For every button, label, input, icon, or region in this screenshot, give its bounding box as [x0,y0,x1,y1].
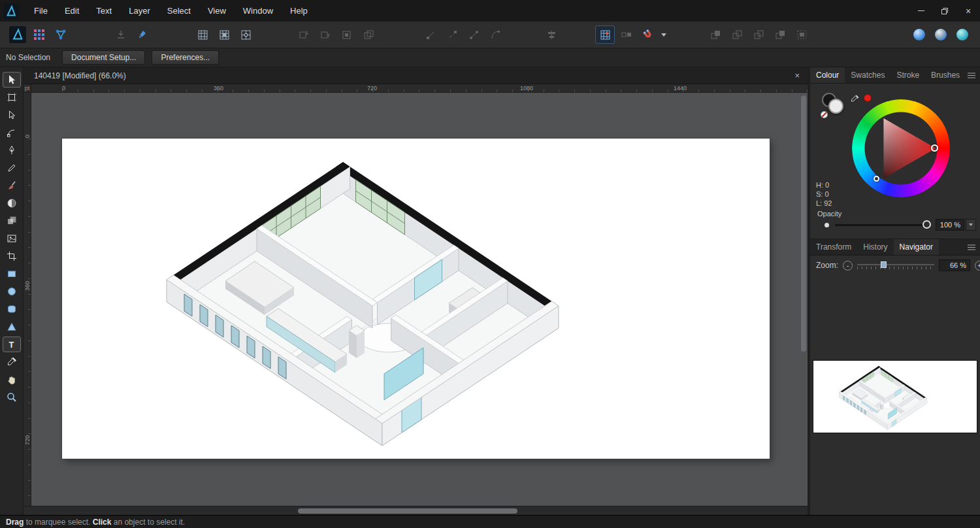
isometric-grid-button[interactable] [214,25,234,44]
pencil-tool[interactable] [3,161,20,175]
document-area: 140419 [Modified] (66.0%) × pt 0 360 720… [24,67,808,515]
zoom-in-button[interactable]: + [975,261,980,271]
minimize-button[interactable] [909,0,933,22]
zoom-tool[interactable] [3,390,20,404]
context-toolbar: No Selection Document Setup... Preferenc… [0,48,980,67]
tab-swatches[interactable]: Swatches [845,67,890,83]
smooth-curve-button[interactable] [485,25,505,44]
document-tab[interactable]: 140419 [Modified] (66.0%) [24,71,137,80]
rounded-rectangle-tool[interactable] [3,302,20,316]
separate-curves-button[interactable] [442,25,462,44]
snapping-magnet-toggle[interactable] [638,25,658,44]
insert-behind-button[interactable] [295,25,314,44]
tab-brushes[interactable]: Brushes [925,67,966,83]
canvas[interactable] [31,93,808,506]
opacity-slider[interactable] [835,224,924,226]
vector-brush-tool[interactable] [3,178,20,193]
corner-icon [7,127,17,138]
edit-grid-button[interactable] [236,25,255,44]
opacity-value-box[interactable]: 100 % [936,219,964,231]
no-colour-icon[interactable] [821,111,828,118]
opacity-slider-handle[interactable] [923,220,931,229]
tab-colour[interactable]: Colour [810,67,845,83]
insert-in-front-button[interactable] [316,25,336,44]
transparency-tool[interactable] [3,214,20,228]
style-brush-button[interactable] [133,25,152,44]
menu-help[interactable]: Help [282,0,316,22]
snapping-candidates-button[interactable] [617,25,636,44]
hue-selector-dot[interactable] [931,144,938,152]
snapping-options-caret[interactable] [660,25,668,44]
zoom-value-box[interactable]: 66 % [939,259,970,271]
vertical-scrollbar[interactable] [801,95,806,352]
ellipse-tool[interactable] [3,284,20,299]
tab-history[interactable]: History [857,239,893,255]
triangle-tool[interactable] [3,320,20,334]
menu-edit[interactable]: Edit [56,0,88,22]
artboard[interactable] [62,139,770,459]
navigator-thumbnail[interactable] [813,360,977,433]
artboard-tool[interactable] [3,90,20,105]
split-view-button[interactable] [931,25,951,44]
colour-wheel[interactable] [852,99,950,197]
show-grid-button[interactable] [193,25,212,44]
pixel-view-button[interactable] [953,25,972,44]
colour-panel-menu-button[interactable] [968,67,980,83]
menu-window[interactable]: Window [235,0,282,22]
close-button[interactable]: × [956,0,980,22]
menu-view[interactable]: View [199,0,235,22]
move-to-front-button[interactable] [706,25,725,44]
document-setup-button[interactable]: Document Setup... [62,50,145,65]
menu-layer[interactable]: Layer [120,0,159,22]
menu-file[interactable]: File [25,0,56,22]
view-tool[interactable] [3,372,20,387]
join-curves-button[interactable] [421,25,440,44]
alignment-button[interactable] [542,25,561,44]
vector-crop-tool[interactable] [3,249,20,263]
tab-navigator[interactable]: Navigator [894,239,939,255]
chevron-down-icon [969,223,973,226]
pen-tool[interactable] [3,143,20,157]
pixel-persona-button[interactable] [29,25,49,44]
align-group [542,25,561,44]
insert-inside-button[interactable] [338,25,357,44]
snapping-grid-toggle[interactable] [595,25,615,44]
move-tool[interactable] [3,73,20,87]
zoom-slider[interactable] [857,259,934,272]
restore-button[interactable] [933,0,956,22]
lightness-selector-dot[interactable] [874,176,879,182]
fill-tool[interactable] [3,196,20,210]
colour-picker-tool[interactable] [3,355,20,369]
insert-on-top-button[interactable] [359,25,379,44]
menu-text[interactable]: Text [88,0,120,22]
designer-persona-button[interactable] [8,25,27,44]
vector-view-button[interactable] [909,25,929,44]
menu-select[interactable]: Select [159,0,199,22]
move-to-back-button[interactable] [770,25,790,44]
corner-tool[interactable] [3,125,20,140]
zoom-out-button[interactable]: - [843,261,853,271]
horizontal-scrollbar[interactable] [24,506,808,515]
document-close-button[interactable]: × [787,71,808,80]
ruler-row: pt 0 360 720 1080 1440 [24,84,808,93]
tab-transform[interactable]: Transform [810,239,857,255]
preferences-button[interactable]: Preferences... [152,50,219,65]
group-button[interactable] [792,25,811,44]
move-forward-button[interactable] [727,25,747,44]
export-persona-button[interactable] [51,25,71,44]
horizontal-scrollbar-thumb[interactable] [298,508,517,514]
place-image-button[interactable] [111,25,131,44]
navigator-panel-menu-button[interactable] [968,239,980,255]
picture-frame-tool[interactable] [3,231,20,246]
close-curve-button[interactable] [464,25,483,44]
move-backward-button[interactable] [749,25,768,44]
rectangle-tool[interactable] [3,267,20,281]
fill-colour-swatch[interactable] [828,99,843,114]
text-tool[interactable]: T [3,337,20,352]
node-tool[interactable] [3,108,20,122]
tab-stroke[interactable]: Stroke [890,67,925,83]
saturation-value-label: S: 0 [816,190,829,198]
zoom-slider-thumb[interactable] [881,261,887,268]
tools-panel: T [0,67,24,515]
opacity-dropdown-button[interactable] [966,219,976,231]
